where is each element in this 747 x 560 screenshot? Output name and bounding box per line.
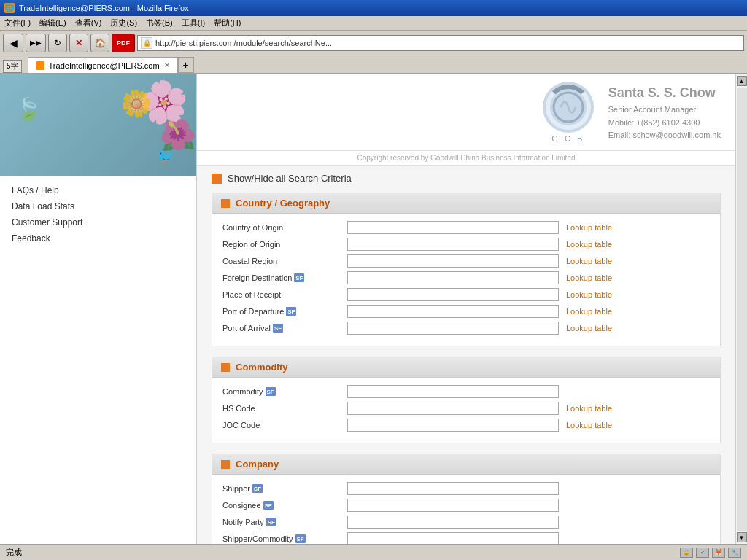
tab-close-icon[interactable]: ✕	[164, 61, 170, 69]
country-geography-title: Country / Geography	[236, 198, 330, 209]
menu-file[interactable]: 文件(F)	[4, 18, 31, 28]
status-icon-1: 🔒	[680, 548, 693, 558]
commodity-input[interactable]	[347, 385, 559, 398]
sidebar-item-data-load-stats[interactable]: Data Load Stats	[0, 198, 196, 214]
company-body: Shipper SF Consignee SF	[212, 475, 720, 544]
notify-party-label: Notify Party SF	[222, 518, 343, 526]
contact-info: Santa S. S. Chow Senior Account Manager …	[608, 82, 721, 142]
menu-history[interactable]: 历史(S)	[110, 18, 137, 28]
stop-button[interactable]: ✕	[69, 34, 88, 52]
hs-code-row: HS Code Lookup table	[222, 402, 710, 415]
country-of-origin-lookup[interactable]: Lookup table	[566, 223, 612, 232]
foreign-destination-row: Foreign Destination SF Lookup table	[222, 271, 710, 284]
foreign-destination-label: Foreign Destination SF	[222, 273, 343, 282]
browser-favicon: 🌐	[4, 3, 15, 13]
port-of-departure-input[interactable]	[347, 305, 559, 318]
shipper-commodity-input[interactable]	[347, 532, 559, 544]
reload-button[interactable]: ↻	[48, 34, 67, 52]
coastal-region-lookup[interactable]: Lookup table	[566, 257, 612, 265]
place-of-receipt-row: Place of Receipt Lookup table	[222, 288, 710, 301]
contact-mobile: Mobile: +(852) 6102 4300	[608, 117, 721, 130]
country-geography-header: Country / Geography	[212, 193, 720, 214]
show-hide-label: Show/Hide all Search Criteria	[228, 173, 352, 184]
sidebar: 🌸 🌼 🌺 🍃 🐦 FAQs / Help Data Load Stats Cu…	[0, 74, 197, 544]
menu-bookmarks[interactable]: 书签(B)	[146, 18, 173, 28]
place-of-receipt-lookup[interactable]: Lookup table	[566, 290, 612, 299]
shipper-row: Shipper SF	[222, 482, 710, 495]
menu-edit[interactable]: 编辑(E)	[39, 18, 66, 28]
contact-name: Santa S. S. Chow	[608, 82, 721, 104]
commodity-sf-badge: SF	[266, 387, 276, 396]
joc-code-lookup[interactable]: Lookup table	[566, 421, 612, 429]
gcb-label: G C B	[551, 134, 584, 143]
home-button[interactable]: 🏠	[90, 34, 109, 52]
sidebar-item-feedback[interactable]: Feedback	[0, 230, 196, 246]
search-criteria-area: Show/Hide all Search Criteria Country / …	[197, 166, 735, 544]
new-tab-button[interactable]: +	[178, 57, 194, 73]
foreign-destination-sf-badge: SF	[294, 273, 304, 282]
gcb-logo: G C B	[543, 82, 594, 143]
port-of-departure-sf-badge: SF	[286, 307, 296, 316]
region-of-origin-input[interactable]	[347, 238, 559, 251]
tab-label: TradeIntelligence@PIERS.com	[49, 61, 160, 70]
menu-tools[interactable]: 工具(I)	[182, 18, 205, 28]
address-bar[interactable]: 🔒 http://piersti.piers.com/module/search…	[137, 35, 744, 51]
gcb-circle-icon	[543, 82, 594, 133]
joc-code-label: JOC Code	[222, 421, 343, 429]
foreign-destination-lookup[interactable]: Lookup table	[566, 273, 612, 282]
sidebar-item-customer-support[interactable]: Customer Support	[0, 214, 196, 230]
shipper-commodity-label: Shipper/Commodity SF	[222, 534, 343, 543]
flower-decor-4: 🍃	[15, 96, 42, 122]
status-icon-2: ✓	[696, 548, 709, 558]
place-of-receipt-label: Place of Receipt	[222, 290, 343, 299]
company-header: Company	[212, 454, 720, 475]
menu-view[interactable]: 查看(V)	[75, 18, 102, 28]
scroll-down-button[interactable]: ▼	[737, 532, 747, 542]
section-icon	[221, 199, 230, 208]
joc-code-input[interactable]	[347, 419, 559, 432]
country-of-origin-row: Country of Origin Lookup table	[222, 221, 710, 234]
foreign-destination-input[interactable]	[347, 271, 559, 284]
browser-menubar: 文件(F) 编辑(E) 查看(V) 历史(S) 书签(B) 工具(I) 帮助(H…	[0, 16, 747, 31]
hs-code-label: HS Code	[222, 404, 343, 413]
back-button[interactable]: ◀	[3, 34, 23, 52]
contact-title: Senior Account Manager	[608, 104, 721, 117]
show-hide-bar[interactable]: Show/Hide all Search Criteria	[212, 173, 721, 184]
coastal-region-input[interactable]	[347, 254, 559, 268]
pdf-button[interactable]: PDF	[112, 34, 135, 52]
tab-favicon	[36, 61, 44, 70]
shipper-commodity-sf-badge: SF	[295, 534, 306, 543]
browser-title: TradeIntelligence@PIERS.com - Mozilla Fi…	[19, 4, 189, 12]
scroll-up-button[interactable]: ▲	[737, 76, 747, 86]
commodity-title: Commodity	[236, 362, 288, 373]
coastal-region-row: Coastal Region Lookup table	[222, 254, 710, 268]
commodity-section: Commodity Commodity SF	[212, 357, 721, 443]
shipper-input[interactable]	[347, 482, 559, 495]
port-of-arrival-lookup[interactable]: Lookup table	[566, 324, 612, 332]
port-of-departure-row: Port of Departure SF Lookup table	[222, 305, 710, 318]
contact-email: Email: schow@goodwill.com.hk	[608, 129, 721, 142]
menu-help[interactable]: 帮助(H)	[214, 18, 241, 28]
consignee-input[interactable]	[347, 499, 559, 512]
browser-tab[interactable]: TradeIntelligence@PIERS.com ✕	[28, 57, 178, 73]
country-of-origin-input[interactable]	[347, 221, 559, 234]
company-section: Company Shipper SF	[212, 454, 721, 544]
company-section-icon	[221, 460, 230, 469]
shipper-sf-badge: SF	[252, 484, 263, 493]
port-of-arrival-input[interactable]	[347, 322, 559, 335]
browser-tabbar: 5字 TradeIntelligence@PIERS.com ✕ +	[0, 55, 747, 74]
place-of-receipt-input[interactable]	[347, 288, 559, 301]
address-icon: 🔒	[141, 37, 152, 49]
browser-toolbar: ◀ ▶▶ ↻ ✕ 🏠 PDF 🔒 http://piersti.piers.co…	[0, 31, 747, 55]
sidebar-nav: FAQs / Help Data Load Stats Customer Sup…	[0, 176, 196, 252]
hs-code-input[interactable]	[347, 402, 559, 415]
notify-party-input[interactable]	[347, 516, 559, 529]
sidebar-item-faqs[interactable]: FAQs / Help	[0, 182, 196, 198]
hs-code-lookup[interactable]: Lookup table	[566, 404, 612, 413]
statusbar: 完成 🔒 ✓ 🦊 🔧	[0, 544, 747, 560]
region-of-origin-lookup[interactable]: Lookup table	[566, 240, 612, 249]
forward-button[interactable]: ▶▶	[26, 34, 46, 52]
scrollbar[interactable]: ▲ ▼	[735, 74, 747, 544]
port-of-departure-lookup[interactable]: Lookup table	[566, 307, 612, 316]
commodity-body: Commodity SF HS Code Lookup table	[212, 378, 720, 443]
